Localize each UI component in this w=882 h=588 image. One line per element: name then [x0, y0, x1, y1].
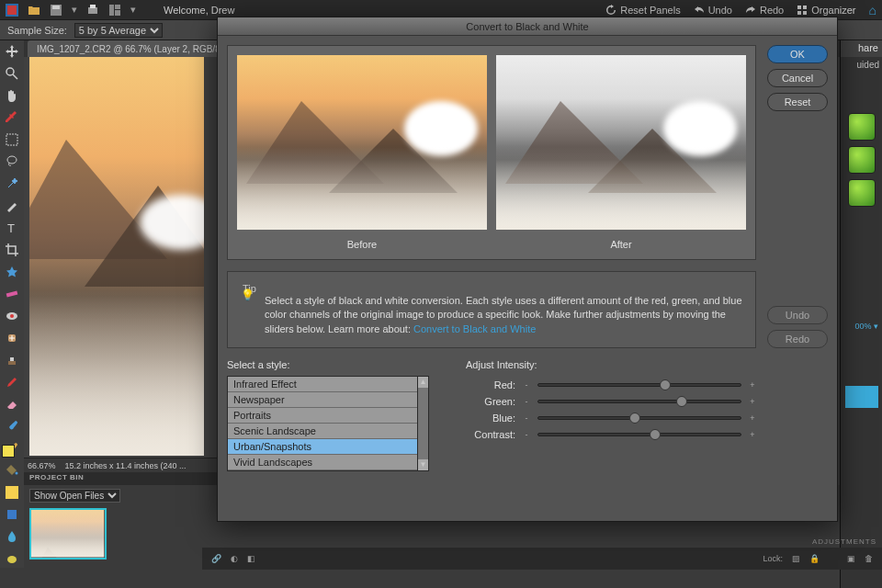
ok-button[interactable]: OK	[767, 45, 828, 63]
layer-mask-icon[interactable]: ◧	[247, 554, 255, 563]
move-tool-icon[interactable]	[3, 42, 21, 61]
healing-brush-icon[interactable]	[3, 329, 21, 347]
brush-tool-icon[interactable]	[3, 417, 21, 435]
slider-track[interactable]	[537, 433, 741, 436]
straighten-tool-icon[interactable]	[3, 285, 21, 303]
style-item[interactable]: Infrared Effect	[228, 377, 417, 392]
style-item[interactable]: Portraits	[228, 408, 417, 424]
tip-text: Select a style of black and white conver…	[265, 294, 744, 336]
select-style-label: Select a style:	[227, 359, 429, 370]
scroll-down-icon[interactable]: ▼	[418, 459, 428, 470]
hand-tool-icon[interactable]	[3, 86, 21, 105]
undo-button[interactable]: Undo	[694, 5, 732, 16]
style-list[interactable]: Infrared EffectNewspaperPortraitsScenic …	[227, 376, 418, 471]
svg-line-14	[13, 74, 17, 79]
redeye-tool-icon[interactable]	[3, 307, 21, 325]
disk-icon[interactable]	[50, 4, 62, 17]
svg-point-16	[7, 156, 17, 164]
style-item[interactable]: Vivid Landscapes	[228, 455, 417, 470]
lock-transparency-icon[interactable]: ▨	[792, 554, 800, 563]
svg-rect-6	[109, 5, 114, 16]
sample-size-select[interactable]: 5 by 5 Average	[74, 23, 163, 38]
plus-icon: +	[749, 380, 756, 390]
effect-swatch[interactable]	[848, 113, 876, 141]
pencil-tool-icon[interactable]	[3, 373, 21, 391]
slider-track[interactable]	[537, 416, 741, 420]
tip-learn-more-link[interactable]: Convert to Black and White	[413, 323, 536, 334]
svg-rect-9	[797, 6, 801, 9]
wand-tool-icon[interactable]	[3, 175, 21, 193]
organizer-button[interactable]: Organizer	[797, 5, 855, 16]
effect-swatch[interactable]	[848, 146, 876, 174]
style-item[interactable]: Scenic Landscape	[228, 424, 417, 439]
svg-text:T: T	[7, 221, 15, 234]
new-layer-icon[interactable]: ▣	[847, 554, 855, 563]
project-thumbnail[interactable]	[29, 508, 107, 560]
blur-tool-icon[interactable]	[3, 527, 21, 546]
shape-tool-icon[interactable]	[3, 505, 21, 524]
paint-bucket-icon[interactable]	[3, 461, 21, 480]
svg-rect-12	[803, 11, 807, 15]
sponge-tool-icon[interactable]	[3, 549, 21, 568]
project-bin-filter[interactable]: Show Open Files	[29, 489, 120, 503]
layout-icon[interactable]	[108, 4, 121, 17]
svg-point-20	[10, 314, 14, 318]
svg-rect-8	[115, 10, 120, 16]
menu-dropdown-icon[interactable]: ▾	[130, 4, 136, 16]
dialog-redo-button[interactable]: Redo	[767, 330, 828, 348]
effect-swatch[interactable]	[848, 179, 876, 207]
eraser-tool-icon[interactable]	[3, 395, 21, 413]
svg-rect-11	[797, 11, 801, 15]
reset-button[interactable]: Reset	[767, 93, 828, 111]
cancel-button[interactable]: Cancel	[767, 69, 828, 87]
canvas[interactable]	[29, 57, 204, 456]
eyedropper-tool-icon[interactable]	[3, 108, 21, 127]
style-item[interactable]: Newspaper	[228, 392, 417, 408]
dialog-title: Convert to Black and White	[218, 17, 837, 36]
slider-knob[interactable]	[650, 429, 661, 440]
crop-tool-icon[interactable]	[3, 241, 21, 259]
marquee-tool-icon[interactable]	[3, 130, 21, 149]
style-item[interactable]: Urban/Snapshots	[228, 439, 417, 455]
scroll-up-icon[interactable]: ▲	[418, 377, 428, 388]
slider-knob[interactable]	[660, 379, 671, 390]
slider-knob[interactable]	[676, 396, 687, 407]
selection-brush-icon[interactable]	[3, 197, 21, 215]
reset-panels-button[interactable]: Reset Panels	[605, 5, 680, 16]
status-bar: 66.67% 15.2 inches x 11.4 inches (240 ..…	[24, 458, 226, 472]
folder-icon[interactable]	[28, 4, 40, 17]
share-tab[interactable]: hare	[841, 40, 882, 57]
zoom-level[interactable]: 66.67%	[28, 461, 56, 470]
slider-knob[interactable]	[629, 413, 640, 424]
slider-label: Green:	[466, 396, 515, 407]
minus-icon: -	[523, 397, 530, 406]
gradient-tool-icon[interactable]	[3, 483, 21, 502]
home-icon[interactable]: ⌂	[869, 3, 876, 17]
print-icon[interactable]	[86, 4, 99, 17]
zoom-tool-icon[interactable]	[3, 64, 21, 83]
redo-button[interactable]: Redo	[745, 5, 784, 16]
cookie-cutter-icon[interactable]	[3, 263, 21, 281]
link-layers-icon[interactable]: 🔗	[211, 554, 221, 563]
minus-icon: -	[523, 413, 530, 423]
minus-icon: -	[523, 430, 530, 439]
document-tab[interactable]: IMG_1207_2.CR2 @ 66.7% (Layer 2, RGB/8) …	[28, 40, 248, 57]
plus-icon: +	[749, 430, 756, 439]
dialog-undo-button[interactable]: Undo	[767, 306, 828, 324]
slider-track[interactable]	[537, 400, 741, 403]
tools-palette: T	[0, 40, 24, 568]
menu-dropdown-icon[interactable]: ▾	[72, 4, 77, 16]
type-tool-icon[interactable]: T	[3, 219, 21, 237]
zoom-percent[interactable]: 00% ▾	[843, 322, 878, 331]
intensity-section: Adjust Intensity: Red:-+Green:-+Blue:-+C…	[466, 359, 756, 471]
delete-layer-icon[interactable]: 🗑	[865, 554, 873, 563]
clone-stamp-icon[interactable]	[3, 351, 21, 369]
layer-fx-icon[interactable]: ◐	[231, 554, 238, 563]
lock-all-icon[interactable]: 🔒	[809, 554, 820, 563]
foreground-color-swatch[interactable]	[2, 445, 15, 458]
slider-rows: Red:-+Green:-+Blue:-+Contrast:-+	[466, 379, 756, 440]
lasso-tool-icon[interactable]	[3, 153, 21, 171]
slider-track[interactable]	[537, 383, 741, 387]
style-list-scrollbar[interactable]: ▲ ▼	[418, 376, 429, 471]
guided-tab[interactable]: uided	[841, 57, 882, 73]
